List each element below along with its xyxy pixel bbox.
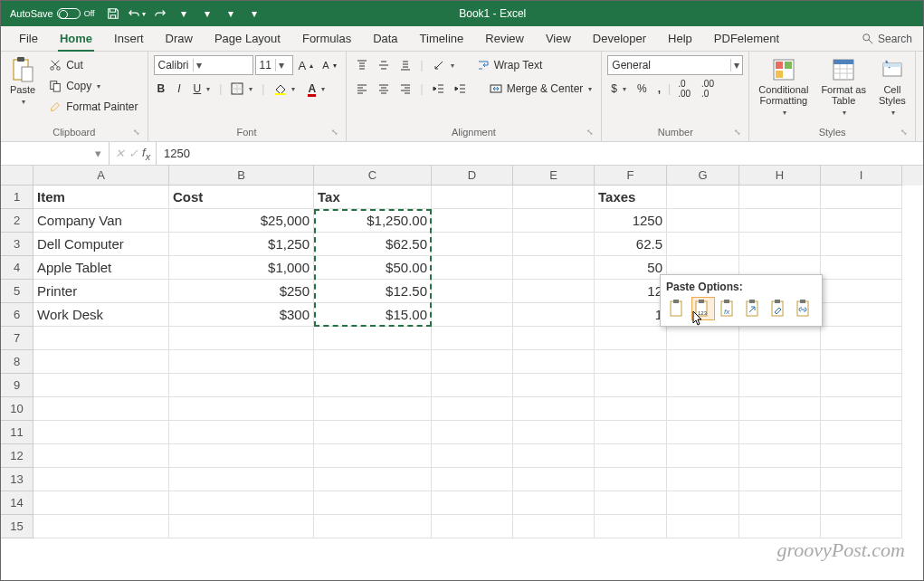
cell[interactable] (821, 280, 902, 303)
cell[interactable] (667, 350, 739, 374)
row-header[interactable]: 8 (1, 350, 33, 374)
cell[interactable] (169, 491, 314, 515)
cell[interactable] (169, 327, 314, 350)
tab-review[interactable]: Review (474, 26, 535, 51)
cell[interactable] (513, 397, 595, 421)
cell[interactable] (169, 515, 314, 538)
cell[interactable] (432, 327, 513, 350)
align-right-button[interactable] (395, 79, 415, 99)
format-painter-button[interactable]: Format Painter (44, 97, 141, 117)
paste-link-button[interactable] (793, 297, 816, 320)
paste-all-button[interactable] (666, 297, 690, 320)
percent-button[interactable]: % (633, 79, 651, 99)
cell[interactable] (33, 444, 169, 468)
cell[interactable] (169, 468, 314, 491)
cut-button[interactable]: Cut (44, 55, 141, 75)
column-header[interactable]: B (169, 166, 314, 186)
cell[interactable] (314, 327, 432, 350)
cell[interactable]: Work Desk (33, 303, 169, 327)
align-center-button[interactable] (374, 79, 394, 99)
fill-color-button[interactable]: ▾ (270, 79, 299, 99)
cell[interactable]: $1,000 (169, 256, 314, 280)
cell[interactable] (432, 374, 513, 397)
cell[interactable] (739, 327, 821, 350)
autosave-toggle[interactable]: AutoSave Off (5, 8, 100, 19)
cell[interactable] (33, 397, 169, 421)
cell[interactable] (821, 256, 902, 280)
cell[interactable]: Item (33, 186, 169, 209)
cell[interactable]: $1,250 (169, 233, 314, 256)
cell[interactable] (432, 491, 513, 515)
cell[interactable] (432, 515, 513, 538)
cell[interactable] (667, 327, 739, 350)
cell[interactable] (33, 515, 169, 538)
align-top-button[interactable] (352, 55, 372, 75)
cell[interactable] (821, 468, 902, 491)
row-header[interactable]: 11 (1, 421, 33, 444)
cell[interactable]: $50.00 (314, 256, 432, 280)
cell[interactable]: $12.50 (314, 280, 432, 303)
cell[interactable] (169, 374, 314, 397)
cell[interactable] (432, 397, 513, 421)
cell[interactable] (513, 233, 595, 256)
qat-button[interactable]: ▾ (243, 3, 265, 24)
cell[interactable]: Printer (33, 280, 169, 303)
cell[interactable] (739, 186, 821, 209)
cell[interactable] (739, 468, 821, 491)
cell[interactable] (314, 515, 432, 538)
decrease-decimal-button[interactable]: .00.0 (698, 79, 718, 99)
comma-button[interactable]: , (654, 79, 664, 99)
cell[interactable] (821, 209, 902, 233)
cell[interactable] (595, 515, 667, 538)
merge-center-button[interactable]: Merge & Center▾ (485, 79, 596, 99)
row-header[interactable]: 2 (1, 209, 33, 233)
cell[interactable] (513, 374, 595, 397)
cell[interactable]: $300 (169, 303, 314, 327)
tab-help[interactable]: Help (657, 26, 703, 51)
row-header[interactable]: 14 (1, 491, 33, 515)
cell[interactable] (314, 421, 432, 444)
cell[interactable]: 1 (595, 303, 667, 327)
wrap-text-button[interactable]: Wrap Text (472, 55, 547, 75)
decrease-indent-button[interactable] (429, 79, 449, 99)
cell[interactable] (169, 444, 314, 468)
column-header[interactable]: F (595, 166, 667, 186)
cell[interactable] (739, 491, 821, 515)
cell[interactable] (513, 327, 595, 350)
column-header[interactable]: D (432, 166, 513, 186)
cell[interactable]: $62.50 (314, 233, 432, 256)
cell[interactable] (314, 468, 432, 491)
tab-home[interactable]: Home (49, 26, 103, 51)
font-name-combo[interactable]: Calibri▾ (154, 55, 253, 75)
cell[interactable] (513, 421, 595, 444)
cell[interactable] (33, 350, 169, 374)
cell[interactable] (821, 374, 902, 397)
cell-styles-button[interactable]: Cell Styles▾ (875, 55, 910, 120)
cell[interactable] (739, 350, 821, 374)
cell[interactable] (513, 209, 595, 233)
row-header[interactable]: 5 (1, 280, 33, 303)
tab-insert[interactable]: Insert (103, 26, 155, 51)
row-header[interactable]: 15 (1, 515, 33, 538)
cell[interactable] (595, 327, 667, 350)
tab-view[interactable]: View (535, 26, 582, 51)
cell[interactable] (821, 186, 902, 209)
cell[interactable]: Tax (314, 186, 432, 209)
cell[interactable]: Dell Computer (33, 233, 169, 256)
cell[interactable]: 1250 (595, 209, 667, 233)
cell[interactable]: Apple Tablet (33, 256, 169, 280)
row-header[interactable]: 6 (1, 303, 33, 327)
cell[interactable] (595, 468, 667, 491)
increase-decimal-button[interactable]: .0.00 (674, 79, 694, 99)
cell[interactable] (432, 256, 513, 280)
cell[interactable] (667, 186, 739, 209)
cell[interactable] (667, 397, 739, 421)
qat-button[interactable]: ▾ (173, 3, 195, 24)
cell[interactable] (821, 515, 902, 538)
column-header[interactable]: H (739, 166, 821, 186)
cell[interactable] (739, 444, 821, 468)
cell[interactable] (33, 421, 169, 444)
cell[interactable] (513, 350, 595, 374)
row-header[interactable]: 4 (1, 256, 33, 280)
fx-icon[interactable]: fx (142, 146, 150, 162)
